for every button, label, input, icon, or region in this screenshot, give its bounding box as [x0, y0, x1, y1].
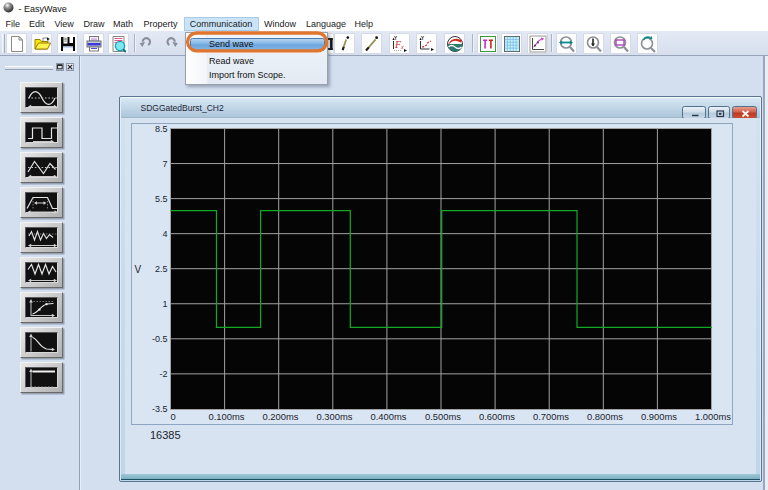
svg-text:Y: Y: [421, 36, 424, 41]
svg-text:x: x: [400, 44, 404, 50]
